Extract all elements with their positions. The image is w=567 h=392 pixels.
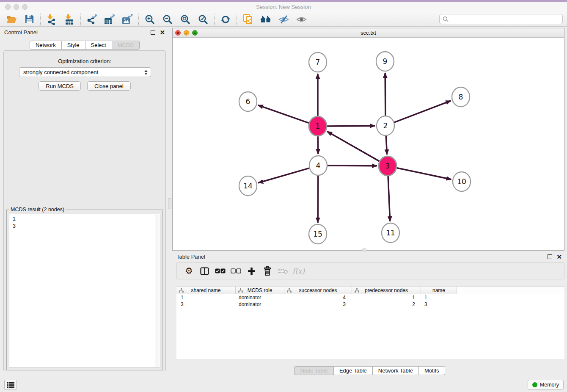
cell-mcds-role[interactable]: dominator [236, 301, 284, 308]
tab-style[interactable]: Style [62, 41, 85, 50]
node-table: shared name MCDS role successor nodes pr… [176, 286, 564, 359]
cell-name[interactable]: 3 [421, 301, 457, 308]
open-folder-icon[interactable] [3, 13, 20, 26]
titlebar: Session: New Session [0, 2, 567, 12]
graph-node-8[interactable]: 8 [452, 87, 470, 107]
svg-text:11: 11 [386, 229, 395, 237]
tab-motifs[interactable]: Motifs [419, 366, 445, 375]
tab-select[interactable]: Select [85, 41, 112, 50]
network-window-titlebar[interactable]: ✕ − + scc.txt [173, 28, 564, 38]
cell-shared-name[interactable]: 3 [176, 301, 236, 308]
attribute-hierarchy-icon [238, 288, 243, 293]
cell-successor-nodes[interactable]: 4 [284, 294, 352, 301]
graph-node-6[interactable]: 6 [239, 92, 257, 111]
graph-edge-3-1[interactable] [327, 132, 380, 162]
task-history-button[interactable] [4, 380, 17, 390]
graph-edge-4-3[interactable] [326, 166, 377, 166]
cell-shared-name[interactable]: 1 [176, 294, 236, 301]
split-pane-icon[interactable] [197, 265, 212, 277]
zoom-selected-icon[interactable] [194, 13, 212, 26]
toolbar-separator [237, 14, 237, 25]
gear-icon[interactable]: ⚙ [181, 265, 197, 277]
result-scrollbar[interactable] [155, 215, 160, 367]
cell-predecessor-nodes[interactable]: 2 [352, 301, 421, 308]
graph-edge-2-3[interactable] [386, 135, 387, 155]
svg-text:4: 4 [316, 161, 321, 170]
column-header-predecessor-nodes[interactable]: predecessor nodes [352, 287, 421, 294]
graph-node-9[interactable]: 9 [376, 52, 394, 71]
column-header-mcds-role[interactable]: MCDS role [236, 287, 284, 294]
graph-node-10[interactable]: 10 [453, 172, 471, 191]
tab-mcds[interactable]: MCDS [112, 41, 140, 50]
import-table-icon[interactable] [61, 13, 78, 26]
graph-edge-3-11[interactable] [388, 175, 390, 221]
export-image-icon[interactable] [118, 13, 136, 26]
select-all-checkboxes-icon[interactable] [212, 265, 228, 277]
mcds-panel: Optimization criterion: strongly connect… [3, 50, 166, 371]
cell-predecessor-nodes[interactable]: 1 [352, 294, 421, 301]
delete-icon[interactable] [259, 265, 275, 277]
window-title: Session: New Session [0, 4, 567, 10]
houses-icon[interactable] [257, 13, 275, 26]
add-icon[interactable] [244, 265, 259, 277]
criterion-select[interactable]: strongly connected component [19, 67, 151, 77]
graph-node-2[interactable]: 2 [377, 116, 394, 135]
zoom-in-icon[interactable] [141, 13, 159, 26]
run-mcds-button[interactable]: Run MCDS [39, 81, 81, 91]
column-header-successor-nodes[interactable]: successor nodes [284, 287, 352, 294]
tab-node-table[interactable]: Node Table [294, 366, 334, 375]
column-header-name[interactable]: name [421, 287, 457, 294]
tab-edge-table[interactable]: Edge Table [334, 366, 373, 375]
cell-mcds-role[interactable]: dominator [236, 294, 284, 301]
graph-node-7[interactable]: 7 [309, 52, 327, 72]
hide-eye-icon[interactable] [275, 13, 292, 26]
cell-name[interactable]: 1 [421, 294, 457, 301]
graph-edge-4-14[interactable] [258, 168, 310, 183]
function-icon[interactable]: f(x) [291, 265, 306, 277]
zoom-out-icon[interactable] [159, 13, 176, 26]
graph-node-1[interactable]: 1 [309, 116, 327, 136]
search-input[interactable] [449, 15, 562, 23]
select-stepper-icon [143, 68, 149, 76]
column-header-shared-name[interactable]: shared name [176, 287, 236, 294]
graph-edge-2-8[interactable] [393, 101, 451, 123]
graph-edge-2-9[interactable] [385, 73, 385, 117]
graph-edge-1-6[interactable] [258, 105, 310, 123]
vertical-splitter-handle[interactable] [168, 198, 171, 209]
deselect-checkboxes-icon[interactable] [228, 265, 244, 277]
close-table-panel-icon[interactable]: ✕ [556, 254, 562, 259]
import-network-icon[interactable] [43, 13, 61, 26]
float-table-panel-icon[interactable] [548, 254, 552, 259]
show-eye-icon[interactable] [292, 13, 310, 26]
mcds-result-textarea[interactable]: 1 3 [9, 214, 160, 368]
tab-network-table[interactable]: Network Table [373, 366, 419, 375]
attribute-hierarchy-icon [287, 288, 292, 293]
zoom-fit-icon[interactable] [176, 13, 194, 26]
export-table-icon[interactable] [101, 13, 118, 26]
cell-successor-nodes[interactable]: 3 [284, 301, 352, 308]
tab-network[interactable]: Network [30, 41, 62, 50]
graph-node-3[interactable]: 3 [379, 156, 396, 176]
close-panel-button[interactable]: Close panel [87, 81, 131, 91]
save-icon[interactable] [20, 13, 38, 26]
graph-edge-3-10[interactable] [396, 168, 451, 179]
export-network-icon[interactable] [83, 13, 101, 26]
duplicate-network-icon[interactable] [239, 13, 257, 26]
memory-button[interactable]: Memory [528, 380, 564, 390]
table-row[interactable]: 1 dominator 4 1 1 [176, 294, 564, 301]
graph-edge-4-15[interactable] [318, 174, 318, 223]
float-panel-icon[interactable] [151, 30, 155, 35]
graph-node-11[interactable]: 11 [382, 223, 399, 243]
memory-label: Memory [540, 382, 559, 388]
graph-edge-1-2[interactable] [326, 126, 375, 126]
refresh-icon[interactable] [217, 13, 234, 26]
mcds-result-legend: MCDS result (2 nodes) [9, 207, 66, 213]
graph-node-15[interactable]: 15 [309, 224, 327, 244]
close-panel-icon[interactable]: ✕ [160, 30, 165, 35]
graph-node-4[interactable]: 4 [309, 156, 327, 175]
delete-table-icon[interactable] [275, 265, 291, 277]
graph-node-14[interactable]: 14 [239, 176, 257, 196]
control-panel: Control Panel ✕ Network Style Select MCD… [0, 27, 169, 377]
table-row[interactable]: 3 dominator 3 2 3 [176, 301, 564, 308]
table-panel: Table Panel ✕ ⚙ f(x) shar [172, 251, 567, 377]
